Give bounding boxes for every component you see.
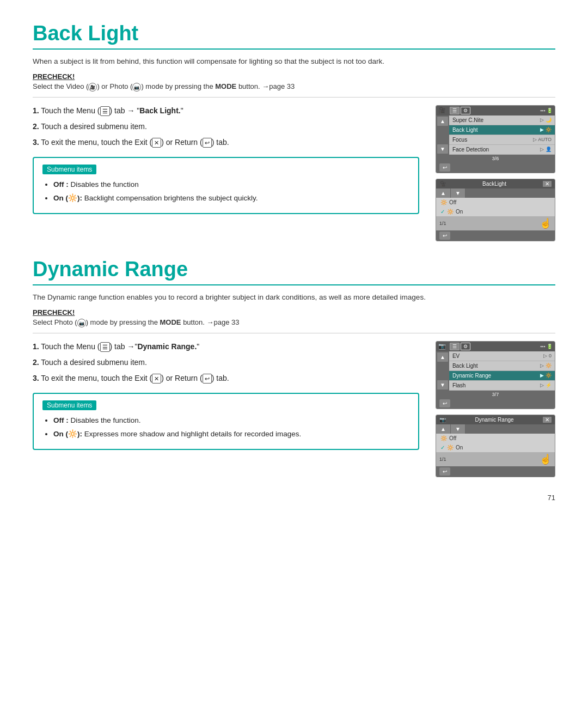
cam-back-btn-1[interactable]: ↩	[439, 163, 450, 172]
backlight-submenu-items: Off : Disables the function On (🔆): Back…	[42, 179, 409, 204]
dr-cam-nav: ▲ ▼	[436, 351, 449, 391]
dr-battery-icon: ▪▪▪ 🔋	[540, 344, 553, 349]
nav-down[interactable]: ▼	[437, 144, 448, 154]
photo-icon: 📷	[132, 83, 141, 92]
cam-popup-title-1: BackLight	[482, 181, 506, 187]
dr-menu-item-flash[interactable]: Flash ▷ ⚡	[449, 381, 555, 391]
dr-return-icon: ↩	[203, 374, 212, 384]
dynamic-range-precheck-text: Select Photo (📷) mode by pressing the MO…	[33, 318, 555, 333]
dr-step-num-1: 1.	[33, 342, 39, 351]
photo-icon-dr: 📷	[77, 319, 86, 327]
cam-popup-back-row-1: ↩	[436, 230, 555, 241]
dr-popup-back-btn[interactable]: ↩	[439, 467, 450, 476]
backlight-steps-list: 1. Touch the Menu (☰) tab → "Back Light.…	[33, 105, 419, 148]
submenu-item-on: On (🔆): Backlight compensation brightens…	[53, 192, 409, 204]
dr-nav-down[interactable]: ▼	[437, 380, 448, 390]
dynamic-range-submenu-items: Off : Disables the function. On (🔆): Exp…	[42, 415, 409, 440]
dr-popup-page: 1/1	[439, 457, 446, 462]
dynamic-range-title: Dynamic Range	[33, 258, 555, 285]
dr-cam-back-row: ↩	[436, 398, 555, 409]
menu-icon: ☰	[100, 106, 110, 117]
menu-item-focus[interactable]: Focus ▷ AUTO	[449, 135, 555, 145]
dr-menu-item-dynamic-range[interactable]: Dynamic Range ▶ 🔆	[449, 371, 555, 381]
dr-popup-header: 📷 Dynamic Range ✕	[436, 415, 555, 424]
menu-item-face-detection[interactable]: Face Detection ▷ 👤	[449, 145, 555, 155]
cam-page-num-1: 3/6	[436, 155, 555, 162]
dr-menu-item-ev[interactable]: EV ▷ 0	[449, 351, 555, 361]
cam-video-icon: 🎥	[438, 107, 446, 114]
dr-menu-label: Dynamic Range.	[137, 342, 197, 351]
dr-cam-back-btn[interactable]: ↩	[439, 399, 450, 407]
backlight-content-row: 1. Touch the Menu (☰) tab → "Back Light.…	[33, 105, 555, 241]
dr-tab-settings: ⚙	[461, 343, 470, 350]
dynamic-range-camera-uis: 📷 ☰ ⚙ ▪▪▪ 🔋 ▲ ▼ EV ▷ 0	[436, 341, 555, 477]
dr-main-menu-ui: 📷 ☰ ⚙ ▪▪▪ 🔋 ▲ ▼ EV ▷ 0	[436, 341, 555, 409]
dynamic-range-description: The Dynamic range function enables you t…	[33, 292, 555, 303]
menu-item-supercnite[interactable]: Super C.Nite ▷ 🌙	[449, 115, 555, 125]
exit-icon: ✕	[152, 138, 161, 148]
cam-popup-icon-1: 🎥	[439, 181, 446, 187]
dr-cam-header-tabs: ☰ ⚙	[450, 343, 470, 350]
popup-nav-down-1[interactable]: ▼	[451, 188, 465, 198]
cam-popup-close-1[interactable]: ✕	[543, 181, 552, 187]
mode-button-label: MODE	[215, 82, 236, 90]
dr-popup-nav: ▲ ▼	[436, 424, 555, 434]
backlight-precheck-text: Select the Video (🎥) or Photo (📷) mode b…	[33, 82, 555, 98]
cam-popup-back-btn-1[interactable]: ↩	[439, 232, 450, 240]
dr-step-num-3: 3.	[33, 374, 39, 382]
dr-popup-back-row: ↩	[436, 466, 555, 477]
dynamic-range-steps-list: 1. Touch the Menu (☰) tab →"Dynamic Rang…	[33, 341, 419, 384]
cam-menu-row: ▲ ▼ Super C.Nite ▷ 🌙 Back Light ▶ 🔆 Focu…	[436, 115, 555, 155]
backlight-camera-uis: 🎥 ☰ ⚙ ▪▪▪ 🔋 ▲ ▼ Super C.Nite ▷ 🌙	[436, 105, 555, 241]
check-icon-1: ✓	[440, 209, 445, 215]
step-num-3: 3.	[33, 138, 39, 147]
dr-check-icon: ✓	[440, 445, 445, 451]
backlight-step-2: 2. Touch a desired submenu item.	[33, 121, 419, 132]
on-label-1: On	[456, 209, 463, 215]
popup-option-on-1[interactable]: ✓ 🔆 On	[436, 207, 555, 216]
cam-popup-nav-1: ▲ ▼	[436, 188, 555, 198]
dr-cam-menu-row: ▲ ▼ EV ▷ 0 Back Light ▷ 🔆 Dynamic Range …	[436, 351, 555, 391]
dr-popup-close[interactable]: ✕	[543, 417, 552, 423]
dr-tab-list: ☰	[450, 343, 460, 350]
tab-list: ☰	[450, 107, 460, 114]
dr-popup-option-on[interactable]: ✓ 🔆 On	[436, 443, 555, 452]
popup-nav-up-1[interactable]: ▲	[436, 188, 451, 198]
backlight-menu-label: Back Light.	[139, 106, 180, 115]
cam-popup-page-1: 1/1	[439, 221, 446, 226]
dr-submenu-item-off: Off : Disables the function.	[53, 415, 409, 427]
dynamic-range-precheck-label: PRECHECK!	[33, 308, 555, 317]
popup-option-off-1[interactable]: 🔆 Off	[436, 198, 555, 207]
dr-exit-icon: ✕	[152, 374, 161, 384]
dr-popup-nav-down[interactable]: ▼	[451, 424, 465, 434]
nav-up[interactable]: ▲	[437, 117, 448, 126]
step-num-2: 2.	[33, 122, 39, 131]
dr-popup-option-off[interactable]: 🔆 Off	[436, 434, 555, 443]
dr-step-3: 3. To exit the menu, touch the Exit (✕) …	[33, 373, 419, 384]
submenu-item-off: Off : Disables the function	[53, 179, 409, 191]
dr-step-1: 1. Touch the Menu (☰) tab →"Dynamic Rang…	[33, 341, 419, 352]
backlight-popup-ui: 🎥 BackLight ✕ ▲ ▼ 🔆 Off ✓ 🔆 On	[436, 179, 555, 241]
backlight-description: When a subject is lit from behind, this …	[33, 56, 555, 67]
backlight-step-1: 1. Touch the Menu (☰) tab → "Back Light.…	[33, 105, 419, 117]
dr-step-num-2: 2.	[33, 358, 39, 367]
cam-header-1: 🎥 ☰ ⚙ ▪▪▪ 🔋	[436, 106, 555, 115]
dr-menu-item-backlight[interactable]: Back Light ▷ 🔆	[449, 361, 555, 371]
dr-off-label: Off	[449, 435, 456, 441]
dynamic-range-instructions: 1. Touch the Menu (☰) tab →"Dynamic Rang…	[33, 341, 419, 450]
off-icon-1: 🔆	[440, 199, 447, 205]
dr-cam-menu-items: EV ▷ 0 Back Light ▷ 🔆 Dynamic Range ▶ 🔆 …	[449, 351, 555, 391]
dr-cam-page-num: 3/7	[436, 391, 555, 398]
tab-settings: ⚙	[461, 107, 470, 114]
dr-cam-photo-icon: 📷	[438, 343, 446, 350]
backlight-main-menu-ui: 🎥 ☰ ⚙ ▪▪▪ 🔋 ▲ ▼ Super C.Nite ▷ 🌙	[436, 105, 555, 173]
dr-popup-nav-up[interactable]: ▲	[436, 424, 451, 434]
finger-icon-1: ☝	[540, 217, 552, 229]
backlight-title: Back Light	[33, 22, 555, 50]
dr-nav-up[interactable]: ▲	[437, 352, 448, 362]
battery-icon: ▪▪▪ 🔋	[540, 108, 553, 113]
dr-submenu-item-on: On (🔆): Expresses more shadow and highli…	[53, 428, 409, 440]
menu-item-backlight[interactable]: Back Light ▶ 🔆	[449, 125, 555, 135]
dr-popup-title: Dynamic Range	[475, 417, 513, 423]
backlight-step-3: 3. To exit the menu, touch the Exit (✕) …	[33, 137, 419, 148]
